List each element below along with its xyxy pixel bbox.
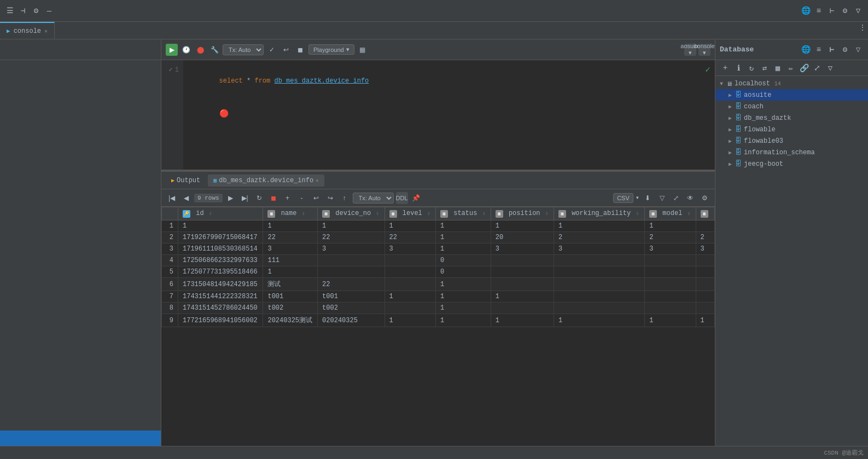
table-row[interactable]: 3171961110853036851433313333 bbox=[162, 243, 715, 255]
history-button[interactable]: 🕐 bbox=[180, 44, 192, 56]
col-model[interactable]: ▦ model ⇕ bbox=[645, 207, 696, 220]
col-position[interactable]: ▦ position ⇕ bbox=[491, 207, 554, 220]
table-row[interactable]: 111111111 bbox=[162, 220, 715, 232]
db-filter-icon[interactable]: ▽ bbox=[853, 44, 864, 55]
minimize-icon[interactable]: — bbox=[44, 5, 55, 16]
next-page-button[interactable]: ▶ bbox=[225, 192, 237, 204]
run-button[interactable]: ▶ bbox=[166, 44, 178, 56]
align-icon[interactable]: ≡ bbox=[813, 5, 824, 16]
undo-button[interactable]: ↩ bbox=[280, 44, 292, 56]
col-name[interactable]: ▦ name ⇕ bbox=[263, 207, 318, 220]
settings2-button[interactable]: ⚙ bbox=[698, 192, 710, 204]
db-item-db-mes-daztk[interactable]: ▶ 🗄 db_mes_daztk bbox=[715, 112, 868, 124]
model-sort-icon[interactable]: ⇕ bbox=[688, 211, 691, 217]
table-row[interactable]: 61731504814942429185测试221 bbox=[162, 278, 715, 291]
menu-icon[interactable]: ☰ bbox=[4, 5, 15, 16]
db-mes-daztk-label: db_mes_daztk bbox=[744, 114, 791, 122]
level-sort-icon[interactable]: ⇕ bbox=[427, 211, 430, 217]
split2-icon[interactable]: ⊢ bbox=[826, 5, 837, 16]
db-item-information-schema[interactable]: ▶ 🗄 information_schema bbox=[715, 147, 868, 158]
col-device-no[interactable]: ▦ device_no ⇕ bbox=[318, 207, 385, 220]
more-icon[interactable]: ⋮ bbox=[857, 22, 868, 33]
info-icon[interactable]: ℹ bbox=[733, 62, 744, 73]
tx-dropdown2[interactable]: Tx: Auto bbox=[353, 193, 394, 204]
table-row[interactable]: 71743151441222328321t001t001111 bbox=[162, 291, 715, 303]
wrench-button[interactable]: 🔧 bbox=[208, 44, 220, 56]
stop-button[interactable]: ⬤ bbox=[194, 44, 206, 56]
refresh-db-icon[interactable]: ↻ bbox=[746, 62, 757, 73]
remove-row-button[interactable]: - bbox=[296, 192, 308, 204]
id-sort-icon[interactable]: ⇕ bbox=[209, 211, 212, 217]
editor-content[interactable]: select * from db_mes_daztk.device_info 🔴… bbox=[183, 60, 715, 170]
stop2-button[interactable]: ◼ bbox=[267, 192, 279, 204]
settings-icon[interactable]: ⚙ bbox=[31, 5, 42, 16]
add-row-button[interactable]: + bbox=[282, 192, 294, 204]
download-button[interactable]: ⬇ bbox=[642, 192, 654, 204]
col-status[interactable]: ▦ status ⇕ bbox=[436, 207, 491, 220]
expand2-icon[interactable]: ⤢ bbox=[812, 62, 823, 73]
tab-output[interactable]: ▶ Output bbox=[166, 175, 206, 187]
db-item-flowable[interactable]: ▶ 🗄 flowable bbox=[715, 124, 868, 135]
table-button[interactable]: ▦ bbox=[357, 44, 369, 56]
playground-button[interactable]: Playground ▾ bbox=[308, 44, 354, 55]
db-globe-icon[interactable]: 🌐 bbox=[800, 44, 811, 55]
view-button[interactable]: 👁 bbox=[684, 192, 696, 204]
pin-button[interactable]: 📌 bbox=[410, 192, 422, 204]
gear2-icon[interactable]: ⚙ bbox=[840, 5, 850, 16]
ddl-button[interactable]: DDL bbox=[396, 192, 408, 204]
db-align-icon[interactable]: ≡ bbox=[813, 44, 824, 55]
col-id[interactable]: 🔑 id ⇕ bbox=[178, 207, 263, 220]
filter-icon[interactable]: ▽ bbox=[853, 5, 864, 16]
add-db-icon[interactable]: + bbox=[720, 62, 731, 73]
db-item-coach[interactable]: ▶ 🗄 coach bbox=[715, 101, 868, 112]
block-button[interactable]: ◼ bbox=[294, 44, 306, 56]
cell-working_ability: 2 bbox=[554, 232, 644, 243]
db-item-aosuite[interactable]: ▶ 🗄 aosuite bbox=[715, 89, 868, 101]
check-button[interactable]: ✓ bbox=[266, 44, 278, 56]
console-button[interactable]: console ▾ bbox=[698, 44, 710, 56]
working-ability-sort-icon[interactable]: ⇕ bbox=[636, 211, 639, 217]
row-number: 2 bbox=[162, 232, 178, 243]
last-page-button[interactable]: ▶| bbox=[239, 192, 251, 204]
link-icon[interactable]: 🔗 bbox=[799, 62, 809, 73]
tab-console[interactable]: ▶ console ✕ bbox=[0, 22, 55, 39]
table-row[interactable]: 5172507773139551846610 bbox=[162, 266, 715, 278]
db-filter2-icon[interactable]: ▽ bbox=[825, 62, 836, 73]
cell-status: 1 bbox=[436, 314, 491, 327]
expand-button[interactable]: ⤢ bbox=[670, 192, 682, 204]
db-settings-icon[interactable]: ⚙ bbox=[840, 44, 850, 55]
tx-dropdown[interactable]: Tx: Auto bbox=[223, 44, 264, 55]
col-level[interactable]: ▦ level ⇕ bbox=[385, 207, 435, 220]
name-sort-icon[interactable]: ⇕ bbox=[302, 211, 305, 217]
keyword-select: select bbox=[219, 77, 243, 85]
col-working-ability[interactable]: ▦ working_ability ⇕ bbox=[554, 207, 644, 220]
table-row[interactable]: 417250686623329976331110 bbox=[162, 255, 715, 266]
tab-device-info[interactable]: ▦ db_mes_daztk.device_info ✕ bbox=[208, 175, 324, 187]
table-row[interactable]: 81743151452786024450t002t0021 bbox=[162, 303, 715, 314]
up-button[interactable]: ↑ bbox=[339, 192, 351, 204]
col-extra[interactable]: ▦ bbox=[696, 207, 714, 220]
first-page-button[interactable]: |◀ bbox=[166, 192, 178, 204]
refresh-button[interactable]: ↻ bbox=[253, 192, 265, 204]
db-global-icon[interactable]: 🌐 bbox=[800, 5, 811, 16]
db-item-jeecg-boot[interactable]: ▶ 🗄 jeecg-boot bbox=[715, 158, 868, 170]
tab-close[interactable]: ✕ bbox=[44, 28, 48, 34]
split-icon[interactable]: ⊣ bbox=[18, 5, 28, 16]
edit-icon[interactable]: ✏ bbox=[785, 62, 796, 73]
table-row[interactable]: 9177216596894105600220240325测试0202403251… bbox=[162, 314, 715, 327]
table-row[interactable]: 21719267990715068417222222120222 bbox=[162, 232, 715, 243]
db-item-flowable03[interactable]: ▶ 🗄 flowable03 bbox=[715, 135, 868, 147]
position-sort-icon[interactable]: ⇕ bbox=[545, 211, 549, 217]
table-icon[interactable]: ▦ bbox=[772, 62, 783, 73]
sync-icon[interactable]: ⇄ bbox=[759, 62, 770, 73]
device-info-tab-close[interactable]: ✕ bbox=[316, 177, 319, 184]
prev-page-button[interactable]: ◀ bbox=[180, 192, 192, 204]
undo2-button[interactable]: ↩ bbox=[310, 192, 322, 204]
localhost-item[interactable]: ▼ 🖥 localhost 14 bbox=[715, 78, 868, 89]
status-sort-icon[interactable]: ⇕ bbox=[482, 211, 486, 217]
device-no-sort-icon[interactable]: ⇕ bbox=[376, 211, 379, 217]
db-split-icon[interactable]: ⊢ bbox=[826, 44, 837, 55]
redo-button[interactable]: ↪ bbox=[324, 192, 336, 204]
filter2-button[interactable]: ▽ bbox=[656, 192, 668, 204]
csv-button[interactable]: CSV bbox=[613, 193, 633, 203]
